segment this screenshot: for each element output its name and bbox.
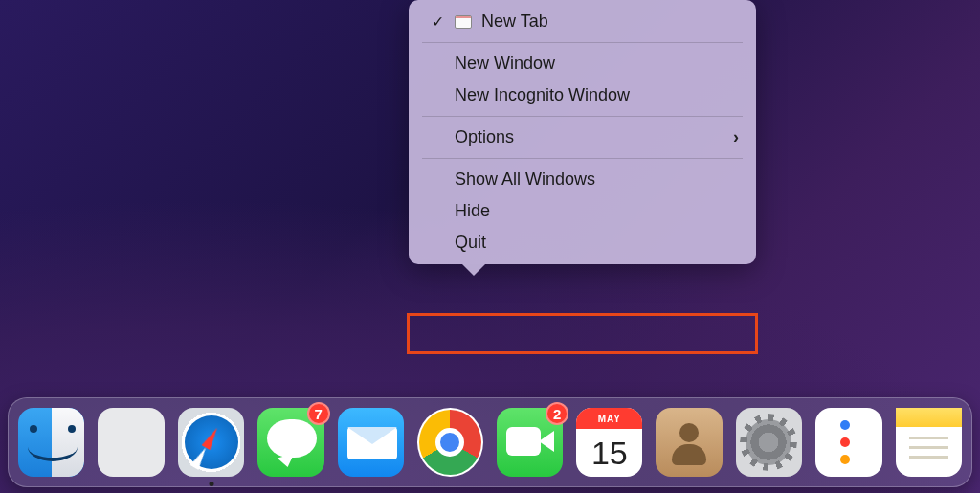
menu-label: Show All Windows	[455, 169, 739, 190]
menu-item-hide[interactable]: Hide	[409, 195, 756, 227]
dock-item-calendar[interactable]: MAY 15	[576, 408, 642, 477]
dock-context-menu: ✓ New Tab New Window New Incognito Windo…	[409, 0, 756, 264]
dock-item-reminders[interactable]	[815, 408, 882, 477]
gear-icon	[746, 419, 791, 465]
notification-badge: 2	[546, 402, 568, 425]
dock-item-chrome[interactable]	[417, 408, 483, 477]
calendar-month: MAY	[576, 408, 642, 429]
notification-badge: 7	[307, 402, 330, 425]
dock-item-mail[interactable]	[338, 408, 404, 477]
check-icon: ✓	[430, 12, 445, 31]
dock-item-safari[interactable]	[178, 408, 244, 477]
menu-item-options[interactable]: Options ›	[409, 122, 756, 153]
dock-item-finder[interactable]	[18, 408, 84, 477]
menu-label: New Window	[455, 54, 739, 74]
running-indicator	[209, 482, 213, 486]
menu-item-new-window[interactable]: New Window	[409, 48, 756, 79]
dock-item-settings[interactable]	[736, 408, 802, 477]
menu-pointer	[462, 264, 485, 276]
menu-label: New Incognito Window	[455, 85, 739, 105]
menu-item-quit[interactable]: Quit	[409, 227, 756, 258]
menu-label: New Tab	[481, 11, 739, 32]
dock-item-launchpad[interactable]	[98, 408, 165, 477]
tab-icon	[455, 15, 472, 29]
menu-item-new-tab[interactable]: ✓ New Tab	[409, 6, 756, 37]
chevron-right-icon: ›	[733, 127, 739, 147]
menu-label: Options	[455, 127, 724, 147]
menu-item-show-all-windows[interactable]: Show All Windows	[409, 164, 756, 195]
dock-item-facetime[interactable]: 2	[497, 408, 563, 477]
dock-item-notes[interactable]	[896, 408, 962, 477]
menu-label: Quit	[455, 233, 739, 253]
menu-separator	[422, 158, 743, 159]
calendar-day: 15	[576, 429, 642, 477]
menu-label: Hide	[455, 201, 739, 221]
dock-item-contacts[interactable]	[656, 408, 722, 477]
dock: 7 2 MAY 15	[8, 397, 972, 487]
menu-separator	[422, 42, 743, 43]
menu-separator	[422, 116, 743, 117]
menu-item-new-incognito[interactable]: New Incognito Window	[409, 79, 756, 111]
dock-item-messages[interactable]: 7	[257, 408, 323, 477]
